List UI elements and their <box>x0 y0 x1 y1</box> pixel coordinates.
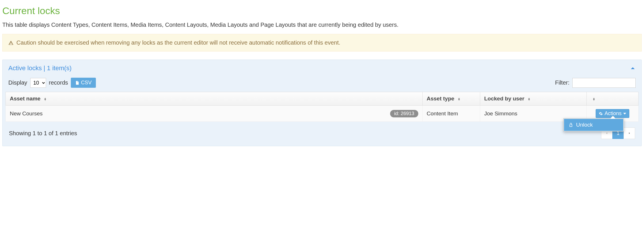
display-label-post: records <box>49 79 68 86</box>
next-page-button[interactable] <box>624 127 635 139</box>
chevron-right-icon <box>628 131 631 135</box>
panel-header[interactable]: Active locks | 1 item(s) <box>3 60 641 75</box>
table-row: New Courses id: 26913 Content Item Joe S… <box>6 106 639 122</box>
col-asset-type-label: Asset type <box>427 96 454 102</box>
asset-type: Content Item <box>423 106 480 122</box>
file-icon <box>75 81 79 85</box>
chevron-left-icon <box>605 131 608 135</box>
gear-icon <box>599 112 603 116</box>
warning-alert: Caution should be exercised when removin… <box>2 34 642 52</box>
display-count-select[interactable]: 10 <box>30 78 46 88</box>
chevron-up-icon <box>630 65 636 71</box>
filter-label: Filter: <box>555 79 569 86</box>
caret-down-icon <box>623 113 626 115</box>
panel-body: Display 10 records CSV Filter: Asset <box>3 75 641 146</box>
filter-input[interactable] <box>572 78 636 88</box>
col-asset-name-label: Asset name <box>10 96 41 102</box>
sort-icon: ▲▼ <box>457 98 460 100</box>
asset-name: New Courses <box>10 110 43 117</box>
entries-info: Showing 1 to 1 of 1 entries <box>9 130 77 137</box>
col-locked-by-label: Locked by user <box>484 96 524 102</box>
asset-id-badge: id: 26913 <box>390 110 418 117</box>
table-controls: Display 10 records CSV Filter: <box>5 76 639 92</box>
warning-text: Caution should be exercised when removin… <box>16 39 340 46</box>
csv-label: CSV <box>81 80 92 86</box>
col-locked-by[interactable]: Locked by user ▲▼ <box>480 92 587 106</box>
page-intro: This table displays Content Types, Conte… <box>2 22 642 28</box>
export-csv-button[interactable]: CSV <box>71 78 96 88</box>
locks-table: Asset name ▲▼ Asset type ▲▼ Locked by us… <box>5 92 639 122</box>
unlock-menu-item[interactable]: Unlock <box>564 119 623 131</box>
sort-icon: ▲▼ <box>44 98 47 100</box>
warning-triangle-icon <box>8 40 14 45</box>
col-actions[interactable]: ▲▼ <box>587 92 639 106</box>
table-footer: Showing 1 to 1 of 1 entries 1 <box>5 122 639 140</box>
panel-title: Active locks | 1 item(s) <box>8 64 72 72</box>
unlock-label: Unlock <box>576 122 593 128</box>
sort-icon: ▲▼ <box>592 98 595 100</box>
page-title: Current locks <box>2 5 642 16</box>
actions-label: Actions <box>605 110 622 117</box>
actions-dropdown: Unlock <box>563 118 624 131</box>
active-locks-panel: Active locks | 1 item(s) Display 10 reco… <box>2 60 642 146</box>
col-asset-name[interactable]: Asset name ▲▼ <box>6 92 423 106</box>
display-label-pre: Display <box>8 79 27 86</box>
sort-icon: ▲▼ <box>528 98 531 100</box>
col-asset-type[interactable]: Asset type ▲▼ <box>423 92 480 106</box>
unlock-icon <box>569 123 573 127</box>
